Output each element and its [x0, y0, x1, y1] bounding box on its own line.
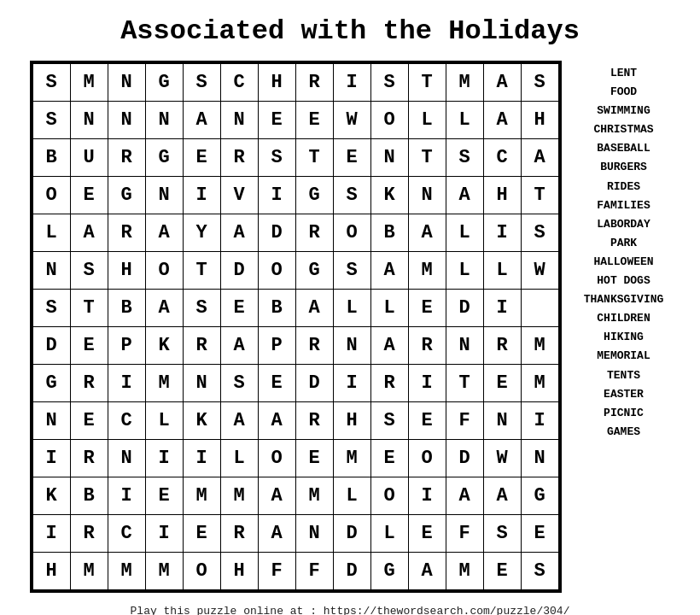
grid-cell: C: [483, 139, 521, 177]
grid-cell: E: [258, 102, 295, 139]
grid-cell: I: [483, 290, 521, 327]
grid-cell: R: [108, 214, 145, 252]
grid-cell: R: [220, 515, 258, 553]
list-item: PARK: [610, 234, 637, 253]
grid-cell: [521, 290, 558, 327]
grid-cell: A: [258, 515, 295, 553]
grid-cell: G: [145, 64, 183, 102]
grid-cell: O: [370, 477, 408, 515]
table-row: SNNNANEEWOLLAH: [32, 102, 558, 139]
grid-cell: T: [183, 252, 220, 290]
grid-cell: R: [295, 402, 333, 440]
grid-cell: N: [32, 402, 70, 440]
grid-table: SMNGSCHRISTMASSNNNANEEWOLLAHBURGERSTENTS…: [32, 63, 559, 590]
grid-cell: L: [370, 290, 408, 327]
word-list: LENTFOODSWIMMINGCHRISTMASBASEBALLBURGERS…: [577, 61, 671, 442]
grid-cell: N: [408, 177, 446, 214]
list-item: BASEBALL: [597, 139, 650, 158]
grid-cell: N: [483, 402, 521, 440]
grid-cell: M: [446, 553, 483, 590]
table-row: NECLKAARHSEFNI: [32, 402, 558, 440]
grid-cell: B: [32, 139, 70, 177]
grid-cell: D: [333, 515, 370, 553]
grid-cell: A: [70, 214, 108, 252]
grid-cell: M: [220, 477, 258, 515]
grid-cell: S: [183, 290, 220, 327]
grid-cell: A: [220, 402, 258, 440]
grid-cell: A: [483, 477, 521, 515]
grid-cell: I: [145, 515, 183, 553]
grid-cell: S: [483, 515, 521, 553]
grid-cell: N: [183, 365, 220, 402]
grid-cell: A: [183, 102, 220, 139]
grid-cell: W: [483, 440, 521, 477]
list-item: LENT: [610, 64, 637, 83]
grid-cell: N: [108, 440, 145, 477]
grid-cell: O: [183, 553, 220, 590]
grid-cell: M: [333, 440, 370, 477]
grid-cell: A: [370, 252, 408, 290]
grid-cell: M: [145, 365, 183, 402]
grid-cell: K: [145, 327, 183, 365]
grid-cell: N: [108, 102, 145, 139]
grid-cell: A: [220, 327, 258, 365]
grid-cell: H: [483, 177, 521, 214]
list-item: PICNIC: [604, 404, 644, 423]
grid-cell: M: [521, 365, 558, 402]
grid-cell: T: [295, 139, 333, 177]
grid-cell: R: [70, 515, 108, 553]
grid-cell: N: [521, 440, 558, 477]
grid-cell: T: [446, 365, 483, 402]
grid-cell: M: [521, 327, 558, 365]
grid-cell: H: [32, 553, 70, 590]
grid-cell: B: [258, 290, 295, 327]
list-item: FOOD: [610, 83, 637, 102]
grid-cell: A: [521, 139, 558, 177]
grid-cell: O: [145, 252, 183, 290]
grid-cell: O: [333, 214, 370, 252]
grid-cell: A: [446, 177, 483, 214]
grid-cell: W: [333, 102, 370, 139]
grid-cell: B: [70, 477, 108, 515]
page-title: Associated with the Holidays: [120, 15, 580, 47]
table-row: IRCIERANDLEFSE: [32, 515, 558, 553]
grid-cell: E: [483, 553, 521, 590]
grid-cell: D: [220, 252, 258, 290]
grid-cell: S: [333, 252, 370, 290]
grid-cell: S: [333, 177, 370, 214]
grid-cell: I: [183, 440, 220, 477]
list-item: BURGERS: [600, 158, 647, 177]
grid-cell: N: [333, 327, 370, 365]
grid-cell: M: [446, 64, 483, 102]
grid-cell: D: [446, 440, 483, 477]
grid-cell: E: [70, 402, 108, 440]
grid-cell: N: [220, 102, 258, 139]
grid-cell: S: [370, 64, 408, 102]
grid-cell: E: [408, 515, 446, 553]
grid-cell: A: [483, 64, 521, 102]
grid-cell: S: [521, 553, 558, 590]
grid-cell: N: [295, 515, 333, 553]
grid-cell: O: [408, 440, 446, 477]
grid-cell: L: [408, 102, 446, 139]
grid-cell: E: [258, 365, 295, 402]
list-item: MEMORIAL: [597, 347, 650, 366]
grid-cell: N: [370, 139, 408, 177]
grid-cell: G: [295, 252, 333, 290]
table-row: GRIMNSEDIRITEM: [32, 365, 558, 402]
grid-cell: R: [220, 139, 258, 177]
grid-cell: D: [295, 365, 333, 402]
grid-cell: Y: [183, 214, 220, 252]
grid-cell: H: [108, 252, 145, 290]
grid-cell: L: [32, 214, 70, 252]
grid-cell: M: [295, 477, 333, 515]
grid-cell: I: [521, 402, 558, 440]
grid-cell: A: [258, 477, 295, 515]
grid-cell: T: [408, 139, 446, 177]
grid-cell: N: [145, 102, 183, 139]
grid-cell: S: [220, 365, 258, 402]
table-row: OEGNIVIGSKNAHT: [32, 177, 558, 214]
grid-cell: N: [446, 327, 483, 365]
grid-cell: S: [32, 64, 70, 102]
grid-cell: R: [183, 327, 220, 365]
